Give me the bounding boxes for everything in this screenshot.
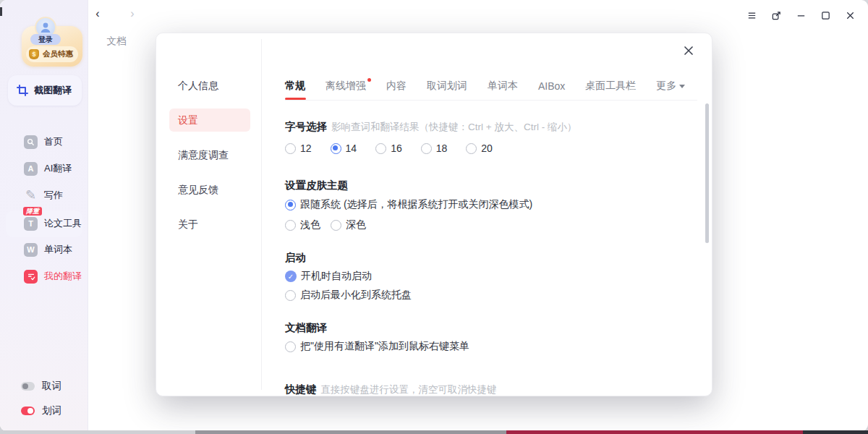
dropdown-caret-icon <box>679 85 685 88</box>
desktop-strip <box>0 430 195 434</box>
wordbook-icon: W <box>24 243 38 257</box>
tab-offline-enhance[interactable]: 离线增强 <box>326 80 366 93</box>
login-badge[interactable]: 登录 <box>30 34 61 45</box>
tab-desktop-toolbar[interactable]: 桌面工具栏 <box>585 80 636 93</box>
menu-icon[interactable] <box>739 9 764 22</box>
word-pick-toggle[interactable]: 取词 <box>21 380 61 393</box>
radio-icon <box>421 143 432 154</box>
radio-selected-icon <box>331 143 341 154</box>
sidebar-item-home[interactable]: 首页 <box>0 129 88 155</box>
radio-icon <box>466 143 477 154</box>
tab-more[interactable]: 更多 <box>656 80 685 93</box>
screenshot-translate-label: 截图翻译 <box>34 84 72 97</box>
radio-icon <box>285 220 296 231</box>
section-font-size: 字号选择影响查词和翻译结果（快捷键：Ctrl + 放大、Ctrl - 缩小） <box>285 120 576 134</box>
back-icon[interactable]: ‹ <box>92 7 103 20</box>
sidebar-item-my-translations[interactable]: 我的翻译 <box>0 263 88 289</box>
app-window: 登录 $ 会员特惠 截图翻译 首页 A AI翻译 ✎ 写作 <box>0 0 868 431</box>
font-size-option-16[interactable]: 16 <box>375 142 402 154</box>
float-window-icon[interactable] <box>764 9 788 22</box>
sidebar-item-paper-tool[interactable]: T 论文工具 <box>0 210 88 237</box>
window-controls <box>739 9 862 22</box>
sidebar-item-writing[interactable]: ✎ 写作 <box>0 182 88 208</box>
settings-modal: 个人信息 设置 满意度调查 意见反馈 关于 常规 离线增强 内容 取词划词 单词… <box>156 33 712 396</box>
screenshot-crop-icon <box>17 85 28 96</box>
auto-start-checkbox[interactable]: ✓ 开机时自动启动 <box>285 270 372 283</box>
sidebar-item-label: 论文工具 <box>44 217 82 230</box>
radio-icon <box>285 143 296 154</box>
tab-document[interactable]: 文档 <box>101 35 132 48</box>
tab-general[interactable]: 常规 <box>285 80 305 93</box>
tab-content[interactable]: 内容 <box>386 80 407 93</box>
vip-coin-icon: $ <box>29 49 39 59</box>
sidebar: 登录 $ 会员特惠 截图翻译 首页 A AI翻译 ✎ 写作 <box>0 0 88 431</box>
vip-offer-label: 会员特惠 <box>43 49 73 59</box>
hotkey-hint: 直接按键盘进行设置，清空可取消快捷键 <box>321 384 497 395</box>
ai-icon: A <box>24 162 38 176</box>
settings-nav: 个人信息 设置 满意度调查 意见反馈 关于 <box>156 33 261 396</box>
section-startup: 启动 <box>285 251 306 265</box>
minimize-icon[interactable] <box>788 9 813 22</box>
close-icon[interactable] <box>838 9 862 22</box>
word-pick-label: 取词 <box>42 380 61 393</box>
settings-tabs: 常规 离线增强 内容 取词划词 单词本 AIBox 桌面工具栏 更多 <box>285 75 689 97</box>
pen-icon: ✎ <box>24 189 38 203</box>
sidebar-item-label: 首页 <box>44 135 63 148</box>
radio-selected-icon <box>285 200 296 210</box>
tab-wordbook[interactable]: 单词本 <box>488 80 518 93</box>
sidebar-item-label: 我的翻译 <box>44 270 82 283</box>
desktop-strip <box>803 430 868 434</box>
tab-word-lookup[interactable]: 取词划词 <box>427 80 467 93</box>
sidebar-item-ai-translate[interactable]: A AI翻译 <box>0 156 88 182</box>
nav-item-settings[interactable]: 设置 <box>169 109 250 132</box>
context-menu-checkbox[interactable]: 把"使用有道翻译"添加到鼠标右键菜单 <box>285 340 469 353</box>
theme-follow-system-radio[interactable]: 跟随系统 (选择后，将根据系统打开或关闭深色模式) <box>285 198 532 211</box>
radio-icon <box>375 143 386 154</box>
sidebar-item-label: AI翻译 <box>44 162 72 175</box>
forward-icon[interactable]: › <box>127 7 138 20</box>
font-size-option-12[interactable]: 12 <box>285 142 312 154</box>
my-translation-icon <box>24 270 38 284</box>
minimize-tray-checkbox[interactable]: 启动后最小化到系统托盘 <box>285 289 412 302</box>
sidebar-item-label: 单词本 <box>44 243 72 256</box>
nav-item-feedback[interactable]: 意见反馈 <box>169 179 250 200</box>
toggle-on-icon <box>21 407 35 415</box>
font-size-hint: 影响查词和翻译结果（快捷键：Ctrl + 放大、Ctrl - 缩小） <box>331 122 576 132</box>
toggle-off-icon <box>21 382 35 391</box>
check-circle-icon: ✓ <box>285 271 297 282</box>
radio-icon <box>285 341 296 352</box>
reduce-duplication-badge: 降重 <box>23 207 42 216</box>
paper-tool-icon: T <box>24 217 38 231</box>
sidebar-item-label: 写作 <box>44 189 63 202</box>
modal-scrollbar[interactable] <box>705 103 709 243</box>
section-theme: 设置皮肤主题 <box>285 179 348 192</box>
nav-divider <box>261 39 262 390</box>
theme-dark-radio[interactable]: 深色 <box>331 218 366 231</box>
screenshot-translate-button[interactable]: 截图翻译 <box>8 75 82 106</box>
nav-item-profile[interactable]: 个人信息 <box>169 75 250 96</box>
desktop-strip <box>506 430 803 434</box>
nav-item-about[interactable]: 关于 <box>169 213 250 235</box>
font-size-options: 12 14 16 18 20 <box>285 142 493 154</box>
section-doc-translate: 文档翻译 <box>285 321 327 335</box>
tabs-rule <box>285 100 697 101</box>
sidebar-item-wordbook[interactable]: W 单词本 <box>0 237 88 263</box>
maximize-icon[interactable] <box>813 9 838 22</box>
desktop-strip <box>195 430 506 434</box>
tab-aibox[interactable]: AIBox <box>538 80 565 92</box>
search-icon <box>24 135 38 149</box>
font-size-option-20[interactable]: 20 <box>466 142 493 154</box>
nav-item-satisfaction-survey[interactable]: 满意度调查 <box>169 144 250 166</box>
word-select-label: 划词 <box>42 404 61 417</box>
vip-offer-button[interactable]: $ 会员特惠 <box>26 46 78 62</box>
font-size-option-18[interactable]: 18 <box>421 142 448 154</box>
section-hotkey: 快捷键直接按键盘进行设置，清空可取消快捷键 <box>285 383 497 396</box>
modal-close-icon[interactable] <box>683 45 696 58</box>
tab-new-dot <box>367 78 371 82</box>
radio-icon <box>285 290 296 301</box>
word-select-toggle[interactable]: 划词 <box>21 404 61 417</box>
theme-light-radio[interactable]: 浅色 <box>285 218 320 231</box>
radio-icon <box>331 220 341 231</box>
background-artifact <box>0 7 2 16</box>
font-size-option-14[interactable]: 14 <box>331 142 357 154</box>
